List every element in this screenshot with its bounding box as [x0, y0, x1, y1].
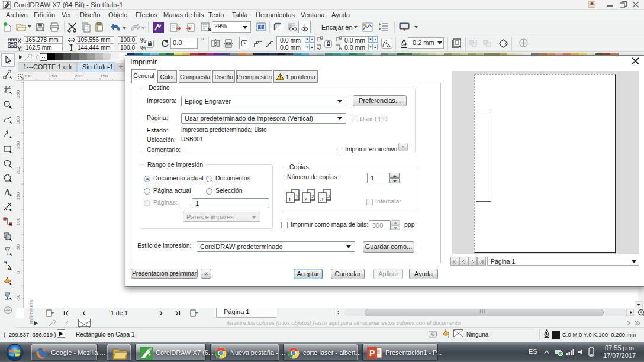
svg-text:2: 2 — [311, 193, 314, 199]
svg-text:milímetros: milímetros — [28, 300, 34, 324]
svg-text:3: 3 — [320, 196, 323, 202]
svg-text:2: 2 — [304, 196, 307, 202]
svg-text:1: 1 — [288, 196, 291, 202]
svg-text:3: 3 — [327, 193, 330, 199]
svg-text:A: A — [4, 188, 11, 197]
svg-text:1: 1 — [295, 193, 298, 199]
svg-text:P: P — [369, 348, 375, 358]
